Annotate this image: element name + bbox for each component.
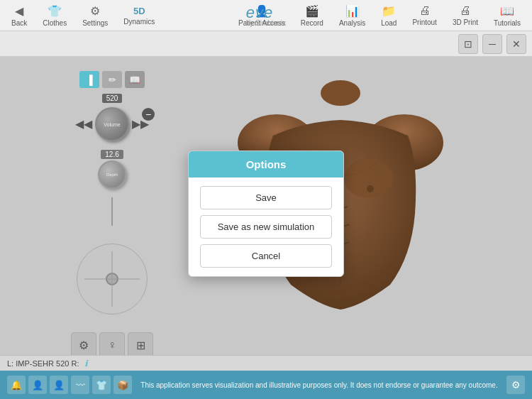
main-area: ▐ ✏ 📖 520 − ◀◀ Volume ▶▶ 12.6 Depth [0, 57, 532, 371]
settings-button[interactable]: ⚙ Settings [77, 3, 113, 28]
modal-title: Options [246, 158, 287, 170]
window-minimize-button[interactable]: ─ [482, 34, 502, 54]
modal-header: Options [189, 151, 343, 177]
bottom-icon-bell[interactable]: 🔔 [7, 376, 26, 394]
second-toolbar: ⊡ ─ ✕ [0, 31, 532, 57]
top-toolbar: ◀ Back 👕 Clothes ⚙ Settings 5D Dynamics … [0, 0, 532, 31]
analysis-label: Analysis [339, 19, 365, 27]
bottom-icon-wave[interactable]: 〰 [71, 376, 89, 394]
clothes-button[interactable]: 👕 Clothes [37, 3, 72, 28]
3dprint-label: 3D Print [453, 18, 478, 26]
analysis-icon: 📊 [345, 4, 360, 18]
dynamics-icon: 5D [133, 6, 145, 16]
back-button[interactable]: ◀ Back [6, 3, 33, 28]
bottom-icon-clothes[interactable]: 👕 [92, 376, 111, 394]
dynamics-label: Dynamics [123, 18, 155, 26]
save-button[interactable]: Save [200, 186, 332, 209]
record-label: Record [301, 19, 323, 27]
app-logo: eve by Simbionix [246, 4, 287, 27]
clothes-icon: 👕 [48, 4, 62, 18]
tutorials-button[interactable]: 📖 Tutorials [488, 3, 526, 28]
modal-overlay: Options Save Save as new simulation Canc… [0, 57, 532, 371]
printout-button[interactable]: 🖨 Printout [406, 3, 442, 28]
tutorials-icon: 📖 [500, 4, 514, 18]
save-simulation-button[interactable]: Save as new simulation [200, 215, 332, 239]
toolbar-left: ◀ Back 👕 Clothes ⚙ Settings 5D Dynamics [6, 3, 160, 28]
record-button[interactable]: 🎬 Record [295, 3, 329, 28]
settings-label: Settings [82, 19, 108, 27]
dynamics-button[interactable]: 5D Dynamics [118, 4, 160, 27]
options-modal: Options Save Save as new simulation Canc… [188, 151, 344, 277]
bottom-disclaimer: This application serves visualization an… [138, 381, 501, 390]
bottom-icon-user2[interactable]: 👤 [50, 376, 68, 394]
logo-text: eve by Simbionix [246, 4, 287, 27]
clothes-label: Clothes [43, 19, 67, 27]
bottom-icon-user1[interactable]: 👤 [28, 376, 47, 394]
bottom-bar: 🔔 👤 👤 〰 👕 📦 This application serves visu… [0, 371, 532, 399]
analysis-button[interactable]: 📊 Analysis [333, 3, 371, 28]
3dprint-icon: 🖨 [460, 4, 471, 17]
back-label: Back [11, 19, 27, 27]
load-label: Load [381, 19, 397, 27]
back-icon: ◀ [15, 4, 23, 18]
load-button[interactable]: 📁 Load [375, 3, 402, 28]
bottom-icon-box[interactable]: 📦 [113, 376, 132, 394]
bottom-icons: 🔔 👤 👤 〰 👕 📦 [7, 376, 132, 394]
printout-label: Printout [412, 18, 436, 26]
tutorials-label: Tutorials [494, 19, 521, 27]
load-icon: 📁 [382, 4, 396, 18]
cancel-button[interactable]: Cancel [200, 244, 332, 268]
3dprint-button[interactable]: 🖨 3D Print [447, 3, 484, 28]
settings-icon: ⚙ [90, 4, 100, 18]
logo-sub: by Simbionix [246, 19, 287, 27]
bottom-gear-button[interactable]: ⚙ [506, 376, 525, 394]
modal-body: Save Save as new simulation Cancel [189, 177, 343, 276]
record-icon: 🎬 [305, 4, 319, 18]
printout-icon: 🖨 [419, 4, 431, 17]
window-restore-button[interactable]: ⊡ [458, 34, 478, 54]
window-close-button[interactable]: ✕ [506, 34, 526, 54]
